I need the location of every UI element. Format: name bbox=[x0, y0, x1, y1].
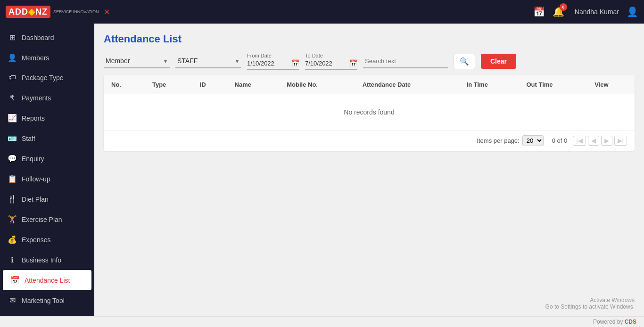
attendance-icon: 📅 bbox=[10, 276, 20, 285]
col-no: No. bbox=[104, 75, 145, 94]
sidebar-label-follow-up: Follow-up bbox=[22, 175, 50, 183]
col-name: Name bbox=[227, 75, 280, 94]
sidebar: ⊞ Dashboard 👤 Members 🏷 Package Type ₹ P… bbox=[0, 24, 94, 316]
sidebar-item-staff[interactable]: 🪪 Staff bbox=[0, 128, 94, 148]
sidebar-label-members: Members bbox=[22, 54, 49, 62]
navbar: ADD◈NZ SERVICE INNOVATION ✕ 📅 🔔 6 Nandha… bbox=[0, 0, 644, 24]
attendance-table: No. Type ID Name Mobile No. Attendance D… bbox=[104, 75, 635, 130]
sidebar-item-reports[interactable]: 📈 Reports bbox=[0, 108, 94, 128]
col-out-time: Out Time bbox=[519, 75, 587, 94]
from-date-input[interactable] bbox=[247, 60, 289, 67]
sidebar-item-exercise-plan[interactable]: 🏋 Exercise Plan bbox=[0, 209, 94, 229]
sidebar-label-staff: Staff bbox=[22, 135, 35, 142]
sidebar-label-package-type: Package Type bbox=[22, 74, 63, 82]
sidebar-item-enquiry[interactable]: 💬 Enquiry bbox=[0, 148, 94, 169]
next-page-button[interactable]: ▶ bbox=[601, 136, 612, 146]
col-attendance-date: Attendance Date bbox=[355, 75, 459, 94]
navbar-icons: 📅 🔔 6 Nandha Kumar 👤 bbox=[533, 6, 638, 17]
sidebar-item-diet-plan[interactable]: 🍴 Diet Plan bbox=[0, 189, 94, 209]
diet-icon: 🍴 bbox=[8, 195, 17, 204]
logo-text: ADD◈NZ bbox=[6, 6, 50, 18]
reports-icon: 📈 bbox=[8, 114, 17, 123]
notification-badge: 6 bbox=[560, 3, 567, 11]
user-icon[interactable]: 👤 bbox=[627, 6, 638, 17]
members-icon: 👤 bbox=[8, 53, 17, 62]
no-records-msg: No records found bbox=[104, 94, 635, 131]
attendance-table-container: No. Type ID Name Mobile No. Attendance D… bbox=[104, 75, 635, 151]
business-icon: ℹ bbox=[8, 255, 17, 264]
dashboard-icon: ⊞ bbox=[8, 33, 17, 42]
pagination-row: Items per page: 20 5 10 50 0 of 0 |◀ ◀ ▶… bbox=[104, 130, 635, 151]
sidebar-item-expenses[interactable]: 💰 Expenses bbox=[0, 229, 94, 250]
staff-select-wrapper: STAFF bbox=[175, 54, 241, 68]
sidebar-label-attendance-list: Attendance List bbox=[25, 277, 70, 284]
sidebar-item-members[interactable]: 👤 Members bbox=[0, 48, 94, 68]
from-date-label: From Date bbox=[247, 53, 299, 58]
sidebar-label-enquiry: Enquiry bbox=[22, 155, 44, 163]
staff-icon: 🪪 bbox=[8, 134, 17, 143]
last-page-button[interactable]: ▶| bbox=[614, 136, 627, 146]
sidebar-item-attendance-list[interactable]: 📅 Attendance List bbox=[3, 270, 91, 290]
sidebar-label-business-info: Business Info bbox=[22, 256, 61, 264]
package-icon: 🏷 bbox=[8, 74, 17, 82]
staff-select[interactable]: STAFF bbox=[175, 54, 241, 68]
sidebar-item-package-type[interactable]: 🏷 Package Type bbox=[0, 68, 94, 88]
member-select-wrapper: Member bbox=[104, 54, 170, 68]
search-input[interactable] bbox=[363, 55, 448, 68]
sidebar-item-follow-up[interactable]: 📋 Follow-up bbox=[0, 169, 94, 189]
to-date-calendar-icon[interactable]: 📅 bbox=[349, 59, 357, 67]
sidebar-item-payments[interactable]: ₹ Payments bbox=[0, 88, 94, 108]
sidebar-label-marketing-tool: Marketing Tool bbox=[22, 297, 65, 304]
close-icon[interactable]: ✕ bbox=[104, 8, 110, 16]
member-select[interactable]: Member bbox=[104, 54, 170, 68]
bell-icon[interactable]: 🔔 6 bbox=[553, 6, 564, 17]
items-per-page-label: Items per page: bbox=[477, 137, 519, 144]
sidebar-label-dashboard: Dashboard bbox=[22, 34, 54, 41]
items-per-page: Items per page: 20 5 10 50 bbox=[477, 135, 546, 146]
filter-bar: Member STAFF From Date 📅 To Date bbox=[104, 53, 635, 70]
search-button[interactable]: 🔍 bbox=[454, 54, 475, 69]
page-title: Attendance List bbox=[104, 33, 635, 45]
no-records-row: No records found bbox=[104, 94, 635, 131]
activate-watermark: Activate Windows Go to Settings to activ… bbox=[545, 297, 635, 310]
followup-icon: 📋 bbox=[8, 174, 17, 183]
search-icon: 🔍 bbox=[460, 57, 469, 65]
to-date-label: To Date bbox=[305, 53, 357, 58]
footer-brand: CDS bbox=[625, 319, 636, 325]
to-date-input[interactable] bbox=[305, 60, 347, 67]
page-nav-buttons: |◀ ◀ ▶ ▶| bbox=[573, 136, 627, 146]
sidebar-label-expenses: Expenses bbox=[22, 236, 50, 244]
table-header-row: No. Type ID Name Mobile No. Attendance D… bbox=[104, 75, 635, 94]
from-date-row: 📅 bbox=[247, 59, 299, 70]
sidebar-label-payments: Payments bbox=[22, 94, 51, 102]
payments-icon: ₹ bbox=[8, 93, 17, 102]
footer-powered-by: Powered by bbox=[593, 319, 625, 325]
user-name: Nandha Kumar bbox=[575, 8, 619, 16]
col-in-time: In Time bbox=[459, 75, 519, 94]
marketing-icon: ✉ bbox=[8, 296, 17, 305]
clear-button[interactable]: Clear bbox=[481, 54, 516, 69]
calendar-icon[interactable]: 📅 bbox=[533, 6, 545, 17]
prev-page-button[interactable]: ◀ bbox=[588, 136, 599, 146]
logo-subtitle: SERVICE INNOVATION bbox=[53, 9, 99, 15]
sidebar-item-marketing-tool[interactable]: ✉ Marketing Tool bbox=[0, 290, 94, 311]
from-date-calendar-icon[interactable]: 📅 bbox=[291, 59, 299, 67]
sidebar-label-exercise-plan: Exercise Plan bbox=[22, 216, 62, 223]
to-date-wrapper: To Date 📅 bbox=[305, 53, 357, 70]
watermark-line1: Activate Windows bbox=[545, 297, 635, 303]
exercise-icon: 🏋 bbox=[8, 215, 17, 224]
main-layout: ⊞ Dashboard 👤 Members 🏷 Package Type ₹ P… bbox=[0, 24, 644, 316]
page-range-text: 0 of 0 bbox=[552, 137, 568, 144]
first-page-button[interactable]: |◀ bbox=[573, 136, 586, 146]
sidebar-label-reports: Reports bbox=[22, 114, 45, 122]
sidebar-item-business-info[interactable]: ℹ Business Info bbox=[0, 250, 94, 270]
watermark-line2: Go to Settings to activate Windows. bbox=[545, 303, 635, 310]
expenses-icon: 💰 bbox=[8, 235, 17, 244]
items-per-page-select[interactable]: 20 5 10 50 bbox=[522, 135, 544, 146]
col-mobile: Mobile No. bbox=[279, 75, 355, 94]
col-id: ID bbox=[192, 75, 227, 94]
col-view: View bbox=[587, 75, 635, 94]
sidebar-label-diet-plan: Diet Plan bbox=[22, 196, 49, 203]
sidebar-item-dashboard[interactable]: ⊞ Dashboard bbox=[0, 27, 94, 48]
from-date-wrapper: From Date 📅 bbox=[247, 53, 299, 70]
